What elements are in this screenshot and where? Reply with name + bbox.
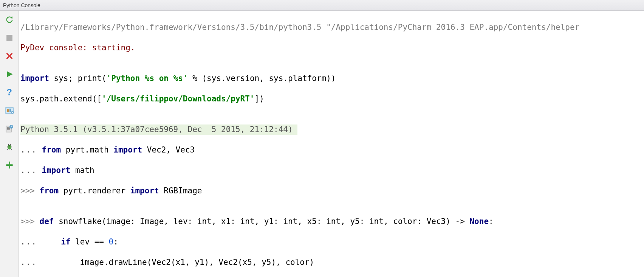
startup-line-1: import sys; print('Python %s on %s' % (s… bbox=[20, 73, 642, 84]
play-icon bbox=[6, 70, 13, 78]
title-text: Python Console bbox=[3, 2, 40, 8]
stop-button[interactable] bbox=[3, 32, 15, 44]
toolbar: ? bbox=[0, 11, 19, 277]
main-area: ? /Library/Frameworks/Python.framework/V… bbox=[0, 11, 644, 277]
svg-rect-0 bbox=[6, 35, 12, 41]
stop-icon bbox=[6, 34, 13, 41]
code-line: ... from pyrt.math import Vec2, Vec3 bbox=[20, 145, 642, 155]
svg-rect-2 bbox=[7, 109, 9, 112]
code-line: >>> def snowflake(image: Image, lev: int… bbox=[20, 216, 642, 227]
pydev-status: PyDev console: starting. bbox=[20, 43, 642, 53]
code-line: >>> from pyrt.renderer import RGBImage bbox=[20, 186, 642, 196]
python-version: Python 3.5.1 (v3.5.1:37a07cee5969, Dec 5… bbox=[20, 124, 642, 135]
svg-rect-5 bbox=[12, 112, 13, 113]
history-button[interactable] bbox=[3, 123, 15, 135]
startup-line-2: sys.path.extend(['/Users/filippov/Downlo… bbox=[20, 94, 642, 104]
rerun-button[interactable] bbox=[3, 14, 15, 26]
debug-button[interactable] bbox=[3, 141, 15, 153]
rerun-icon bbox=[5, 16, 14, 24]
plus-icon bbox=[6, 161, 13, 169]
svg-point-12 bbox=[8, 145, 11, 146]
bug-icon bbox=[5, 143, 14, 151]
history-icon bbox=[5, 124, 14, 133]
help-button[interactable]: ? bbox=[3, 86, 15, 98]
code-line: ... import math bbox=[20, 165, 642, 176]
svg-rect-3 bbox=[9, 109, 11, 112]
variables-icon bbox=[5, 107, 14, 114]
variables-button[interactable] bbox=[3, 104, 15, 117]
question-icon: ? bbox=[6, 87, 12, 98]
console-output[interactable]: /Library/Frameworks/Python.framework/Ver… bbox=[19, 11, 644, 277]
code-line: ... if lev == 0: bbox=[20, 237, 642, 247]
new-console-button[interactable] bbox=[3, 159, 15, 171]
interpreter-path: /Library/Frameworks/Python.framework/Ver… bbox=[20, 22, 642, 33]
svg-rect-9 bbox=[7, 129, 10, 130]
svg-rect-8 bbox=[7, 128, 10, 129]
close-button[interactable] bbox=[3, 50, 15, 62]
run-button[interactable] bbox=[3, 68, 15, 80]
close-icon bbox=[6, 52, 13, 60]
code-line: ... image.drawLine(Vec2(x1, y1), Vec2(x5… bbox=[20, 257, 642, 268]
title-bar: Python Console bbox=[0, 0, 644, 11]
